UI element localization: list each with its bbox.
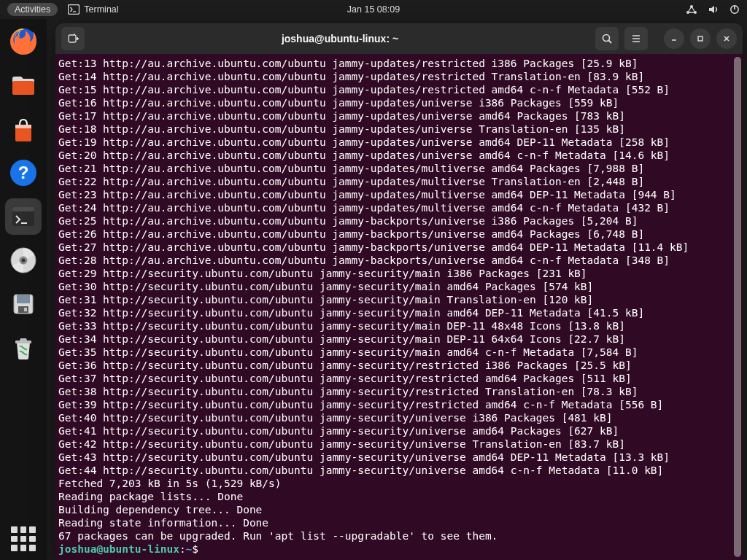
power-icon[interactable]: [729, 4, 740, 15]
svg-rect-36: [698, 36, 703, 41]
minimize-button[interactable]: [664, 28, 684, 49]
gnome-dock: ?: [0, 19, 47, 560]
svg-rect-25: [15, 341, 31, 343]
prompt-dollar: $: [192, 543, 198, 555]
dock-terminal[interactable]: [5, 198, 42, 235]
svg-rect-10: [15, 125, 31, 128]
svg-rect-0: [69, 5, 80, 15]
gnome-topbar: Activities Terminal Jan 15 08:09: [0, 0, 747, 19]
current-app-label: Terminal: [84, 4, 118, 15]
show-applications-button[interactable]: [11, 526, 36, 551]
terminal-window: joshua@ubuntu-linux: ~ Get:13 http://au.…: [55, 23, 743, 560]
search-button[interactable]: [595, 27, 619, 50]
volume-icon[interactable]: [708, 4, 719, 15]
current-app-indicator[interactable]: Terminal: [68, 4, 118, 15]
svg-rect-9: [12, 81, 34, 95]
terminal-small-icon: [68, 4, 80, 15]
svg-rect-24: [24, 308, 27, 311]
activities-button[interactable]: Activities: [7, 3, 58, 16]
svg-rect-22: [17, 295, 30, 303]
scrollbar-thumb[interactable]: [734, 57, 741, 557]
dock-software[interactable]: [5, 111, 42, 147]
dock-disks[interactable]: [5, 286, 42, 322]
prompt-user: joshua@ubuntu-linux: [58, 543, 179, 555]
dock-help[interactable]: ?: [5, 155, 42, 191]
new-tab-button[interactable]: [61, 27, 85, 50]
svg-line-31: [609, 41, 612, 44]
dock-files[interactable]: [5, 67, 42, 104]
dock-firefox[interactable]: [5, 23, 42, 60]
network-icon[interactable]: [686, 4, 697, 15]
dock-disc[interactable]: [5, 242, 42, 279]
hamburger-menu-button[interactable]: [624, 27, 648, 50]
svg-rect-26: [69, 35, 76, 42]
window-title: joshua@ubuntu-linux: ~: [90, 33, 589, 44]
dock-trash[interactable]: [5, 330, 42, 366]
svg-point-30: [603, 35, 610, 42]
svg-rect-14: [12, 207, 34, 211]
terminal-scrollbar[interactable]: [734, 57, 741, 557]
maximize-button[interactable]: [690, 28, 711, 49]
svg-point-19: [22, 259, 26, 262]
close-button[interactable]: [716, 28, 737, 49]
svg-text:?: ?: [18, 163, 29, 182]
prompt-colon: :: [179, 543, 186, 555]
terminal-titlebar: joshua@ubuntu-linux: ~: [55, 23, 743, 54]
terminal-output[interactable]: Get:13 http://au.archive.ubuntu.com/ubun…: [55, 54, 743, 560]
clock[interactable]: Jan 15 08:09: [347, 4, 400, 15]
